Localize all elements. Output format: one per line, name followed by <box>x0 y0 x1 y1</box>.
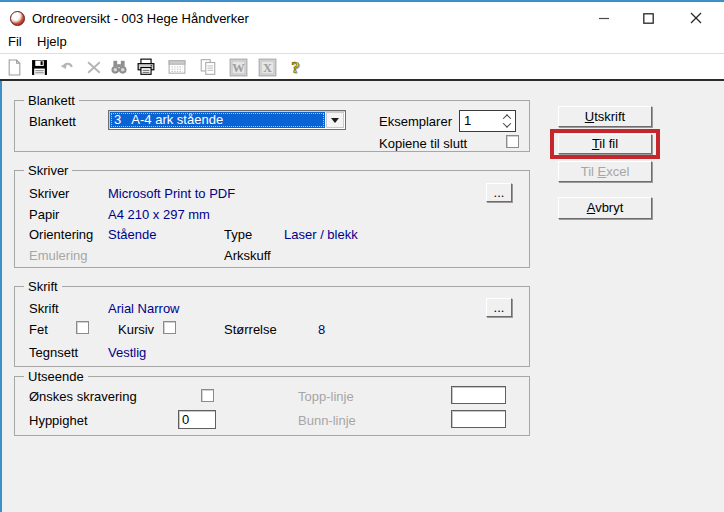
toolbar-bottom-separator <box>0 79 724 81</box>
bunn-linje-input[interactable] <box>451 410 506 428</box>
blankett-field-label: Blankett <box>29 114 76 129</box>
til-excel-button: Til Excel <box>558 161 652 182</box>
group-skrift: Skrift Skrift Arial Narrow ... Fet Kursi… <box>14 286 530 367</box>
skriver-browse-button[interactable]: ... <box>486 183 512 202</box>
kopiene-checkbox[interactable] <box>506 135 519 148</box>
toolbar: W X ?? <box>0 53 724 79</box>
close-icon <box>690 12 702 24</box>
dropdown-arrow-button[interactable] <box>326 112 344 128</box>
svg-text:?: ? <box>291 58 299 76</box>
bunn-linje-label: Bunn-linje <box>298 413 356 428</box>
hyppighet-input[interactable] <box>178 410 216 429</box>
title-bar[interactable]: Ordreoversikt - 003 Hege Håndverker <box>0 2 724 30</box>
eksemplarer-stepper[interactable]: 1 <box>459 110 516 132</box>
skriver-label: Skriver <box>29 186 69 201</box>
fet-label: Fet <box>29 322 48 337</box>
group-skriver: Skriver Skriver Microsoft Print to PDF .… <box>14 170 530 268</box>
copy-icon[interactable] <box>198 57 218 77</box>
excel-export-icon[interactable]: X <box>257 57 277 77</box>
arkskuff-label: Arkskuff <box>224 248 271 263</box>
undo-icon[interactable] <box>57 57 77 77</box>
orientering-value: Stående <box>108 227 156 242</box>
minimize-icon <box>599 13 610 24</box>
group-title-skrift: Skrift <box>24 279 62 294</box>
menu-bar: Fil Hjelp <box>0 30 724 53</box>
kursiv-label: Kursiv <box>118 322 154 337</box>
fet-checkbox[interactable] <box>76 321 89 334</box>
menu-item-fil[interactable]: Fil <box>4 33 26 50</box>
word-export-icon[interactable]: W <box>228 57 248 77</box>
avbryt-button[interactable]: Avbryt <box>558 197 652 219</box>
topp-linje-label: Topp-linje <box>298 389 354 404</box>
skrift-label: Skrift <box>29 301 59 316</box>
emulering-label: Emulering <box>29 248 88 263</box>
skravering-label: Ønskes skravering <box>29 389 137 404</box>
minimize-button[interactable] <box>582 4 626 32</box>
type-value: Laser / blekk <box>284 227 358 242</box>
papir-value: A4 210 x 297 mm <box>108 207 210 222</box>
maximize-button[interactable] <box>626 4 670 32</box>
kursiv-checkbox[interactable] <box>163 321 176 334</box>
til-fil-button[interactable]: Til fil <box>558 134 652 154</box>
group-title-skriver: Skriver <box>24 163 72 178</box>
skriver-value: Microsoft Print to PDF <box>108 186 235 201</box>
delete-icon[interactable] <box>84 57 104 77</box>
new-document-icon[interactable] <box>4 57 24 77</box>
svg-text:W: W <box>232 61 245 75</box>
help-icon[interactable]: ?? <box>285 57 305 77</box>
storrelse-label: Størrelse <box>224 322 277 337</box>
topp-linje-input[interactable] <box>451 386 506 404</box>
orientering-label: Orientering <box>29 227 93 242</box>
spinner-down-icon[interactable] <box>503 120 511 128</box>
group-title-blankett: Blankett <box>24 93 79 108</box>
print-preview-icon[interactable] <box>167 57 187 77</box>
eksemplarer-label: Eksemplarer <box>379 114 452 129</box>
menu-item-hjelp[interactable]: Hjelp <box>33 33 71 50</box>
svg-text:X: X <box>263 61 272 75</box>
group-title-utseende: Utseende <box>24 369 88 384</box>
find-icon[interactable] <box>109 57 129 77</box>
tegnsett-label: Tegnsett <box>29 345 78 360</box>
utskrift-button[interactable]: Utskrift <box>558 106 652 127</box>
chevron-down-icon <box>331 118 339 127</box>
blankett-dropdown[interactable]: 3 A-4 ark stående <box>108 110 346 130</box>
hyppighet-label: Hyppighet <box>29 413 88 428</box>
kopiene-label: Kopiene til slutt <box>379 136 467 151</box>
type-label: Type <box>224 227 252 242</box>
group-blankett: Blankett Blankett 3 A-4 ark stående Ekse… <box>14 100 530 152</box>
eksemplarer-value: 1 <box>460 111 499 131</box>
maximize-icon <box>643 13 654 24</box>
print-icon[interactable] <box>136 57 156 77</box>
skravering-checkbox[interactable] <box>201 389 214 402</box>
save-icon[interactable] <box>29 57 49 77</box>
skrift-value: Arial Narrow <box>108 301 180 316</box>
dialog-window: Ordreoversikt - 003 Hege Håndverker Fil … <box>0 0 724 512</box>
papir-label: Papir <box>29 207 59 222</box>
app-icon <box>10 11 25 26</box>
tegnsett-value: Vestlig <box>108 345 146 360</box>
blankett-dropdown-selected: 3 A-4 ark stående <box>110 112 325 128</box>
skrift-browse-button[interactable]: ... <box>486 298 512 317</box>
close-button[interactable] <box>670 4 722 32</box>
window-title: Ordreoversikt - 003 Hege Håndverker <box>32 11 249 26</box>
storrelse-value: 8 <box>318 322 325 337</box>
group-utseende: Utseende Ønskes skravering Topp-linje Hy… <box>14 376 530 436</box>
